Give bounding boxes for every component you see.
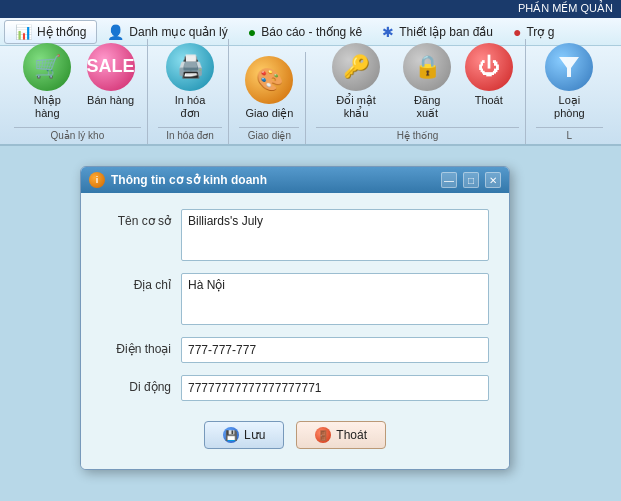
- dialog-thong-tin: i Thông tin cơ sở kinh doanh — □ ✕: [80, 166, 510, 470]
- loai-phong-label: Loại phòng: [542, 94, 597, 120]
- group-label-in-hoa-don: In hóa đơn: [158, 127, 223, 144]
- dialog-body: Tên cơ sở Billiards's July Địa chỉ Hà Nộ…: [81, 193, 509, 469]
- nhap-hang-label: Nhập hàng: [20, 94, 75, 120]
- toolbar-btn-ban-hang[interactable]: SALE Bán hàng: [81, 39, 141, 124]
- dialog-maximize-button[interactable]: □: [463, 172, 479, 188]
- in-hoa-don-label: In hóa đơn: [164, 94, 217, 120]
- nhap-hang-icon: 🛒: [23, 43, 71, 91]
- toolbar-btn-in-hoa-don[interactable]: 🖨️ In hóa đơn: [158, 39, 223, 124]
- dialog-footer: 💾 Lưu 🚪 Thoát: [101, 413, 489, 453]
- form-row-dia-chi: Địa chỉ Hà Nội: [101, 273, 489, 325]
- dialog-minimize-button[interactable]: —: [441, 172, 457, 188]
- menu-icon-danh-muc: 👤: [107, 24, 124, 40]
- toolbar: 🛒 Nhập hàng SALE Bán hàng Quản lý kho 🖨️…: [0, 46, 621, 146]
- form-row-ten-co-so: Tên cơ sở Billiards's July: [101, 209, 489, 261]
- group-label-he-thong: Hệ thống: [316, 127, 518, 144]
- in-hoa-don-icon: 🖨️: [166, 43, 214, 91]
- group-label-loai-phong: L: [536, 127, 603, 144]
- label-di-dong: Di động: [101, 375, 181, 394]
- loai-phong-icon: [545, 43, 593, 91]
- dialog-titlebar: i Thông tin cơ sở kinh doanh — □ ✕: [81, 167, 509, 193]
- main-area: i Thông tin cơ sở kinh doanh — □ ✕: [0, 146, 621, 501]
- dialog-title-left: i Thông tin cơ sở kinh doanh: [89, 172, 267, 188]
- app-title: PHẦN MỀM QUẢN: [518, 2, 613, 14]
- exit-button[interactable]: 🚪 Thoát: [296, 421, 386, 449]
- exit-label: Thoát: [336, 428, 367, 442]
- input-ten-co-so[interactable]: Billiards's July: [181, 209, 489, 261]
- group-label-giao-dien: Giao diện: [239, 127, 299, 144]
- ban-hang-label: Bán hàng: [87, 94, 134, 107]
- dang-xuat-icon: 🔒: [403, 43, 451, 91]
- group-label-quan-ly-kho: Quản lý kho: [14, 127, 141, 144]
- menu-label-tro-giup: Trợ g: [526, 25, 554, 39]
- dialog-title-text: Thông tin cơ sở kinh doanh: [111, 173, 267, 187]
- toolbar-btn-loai-phong[interactable]: Loại phòng: [536, 39, 603, 124]
- toolbar-group-quan-ly-kho: 🛒 Nhập hàng SALE Bán hàng Quản lý kho: [8, 39, 148, 144]
- toolbar-btn-dang-xuat[interactable]: 🔒 Đăng xuất: [396, 39, 459, 124]
- exit-icon: 🚪: [315, 427, 331, 443]
- form-row-dien-thoai: Điện thoại: [101, 337, 489, 363]
- menu-label-he-thong: Hệ thống: [37, 25, 86, 39]
- giao-dien-icon: 🎨: [245, 56, 293, 104]
- dialog-overlay: i Thông tin cơ sở kinh doanh — □ ✕: [0, 146, 621, 501]
- save-icon: 💾: [223, 427, 239, 443]
- input-di-dong[interactable]: [181, 375, 489, 401]
- dialog-title-icon: i: [89, 172, 105, 188]
- label-dien-thoai: Điện thoại: [101, 337, 181, 356]
- toolbar-group-he-thong: 🔑 Đổi mật khẩu 🔒 Đăng xuất ⏻ Thoát Hệ th…: [310, 39, 525, 144]
- toolbar-btn-nhap-hang[interactable]: 🛒 Nhập hàng: [14, 39, 81, 124]
- toolbar-btn-giao-dien[interactable]: 🎨 Giao diện: [239, 52, 299, 124]
- thoat-icon: ⏻: [465, 43, 513, 91]
- svg-marker-0: [559, 57, 579, 77]
- save-button[interactable]: 💾 Lưu: [204, 421, 284, 449]
- toolbar-btn-doi-mat-khau[interactable]: 🔑 Đổi mật khẩu: [316, 39, 395, 124]
- toolbar-group-in-hoa-don: 🖨️ In hóa đơn In hóa đơn: [152, 39, 230, 144]
- menu-icon-tro-giup: ●: [513, 24, 521, 40]
- menu-label-bao-cao: Báo cáo - thống kê: [261, 25, 362, 39]
- dialog-controls: — □ ✕: [441, 172, 501, 188]
- label-dia-chi: Địa chỉ: [101, 273, 181, 292]
- input-dien-thoai[interactable]: [181, 337, 489, 363]
- giao-dien-label: Giao diện: [245, 107, 293, 120]
- dialog-close-button[interactable]: ✕: [485, 172, 501, 188]
- toolbar-btn-thoat[interactable]: ⏻ Thoát: [459, 39, 519, 124]
- menu-icon-bao-cao: ●: [248, 24, 256, 40]
- menu-label-danh-muc: Danh mục quản lý: [129, 25, 227, 39]
- toolbar-group-loai-phong: Loại phòng L: [530, 39, 609, 144]
- ban-hang-icon: SALE: [87, 43, 135, 91]
- toolbar-group-giao-dien: 🎨 Giao diện Giao diện: [233, 52, 306, 144]
- thoat-label: Thoát: [475, 94, 503, 107]
- doi-mat-khau-label: Đổi mật khẩu: [322, 94, 389, 120]
- doi-mat-khau-icon: 🔑: [332, 43, 380, 91]
- input-dia-chi[interactable]: Hà Nội: [181, 273, 489, 325]
- menu-icon-thiet-lap: ✱: [382, 24, 394, 40]
- dang-xuat-label: Đăng xuất: [402, 94, 453, 120]
- title-bar: PHẦN MỀM QUẢN: [0, 0, 621, 18]
- label-ten-co-so: Tên cơ sở: [101, 209, 181, 228]
- save-label: Lưu: [244, 428, 265, 442]
- menu-label-thiet-lap: Thiết lập ban đầu: [399, 25, 493, 39]
- form-row-di-dong: Di động: [101, 375, 489, 401]
- menu-icon-he-thong: 📊: [15, 24, 32, 40]
